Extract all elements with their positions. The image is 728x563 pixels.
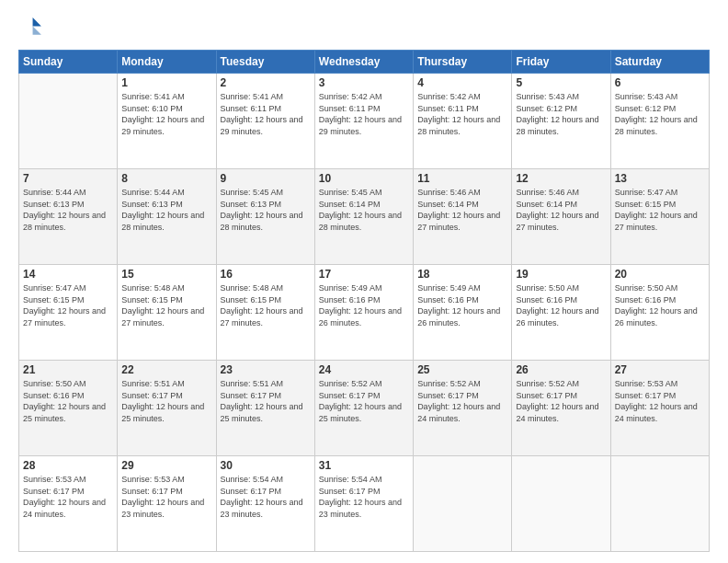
page: SundayMondayTuesdayWednesdayThursdayFrid… [0, 0, 728, 563]
day-number: 26 [516, 363, 606, 376]
calendar-cell: 19Sunrise: 5:50 AMSunset: 6:16 PMDayligh… [512, 265, 610, 361]
day-info: Sunrise: 5:44 AMSunset: 6:13 PMDaylight:… [23, 187, 113, 233]
day-header-wednesday: Wednesday [314, 51, 413, 74]
day-number: 9 [221, 172, 311, 185]
svg-marker-1 [33, 26, 41, 34]
day-number: 20 [615, 268, 705, 281]
day-number: 2 [221, 76, 311, 89]
calendar-cell: 1Sunrise: 5:41 AMSunset: 6:10 PMDaylight… [118, 74, 216, 169]
calendar-cell: 22Sunrise: 5:51 AMSunset: 6:17 PMDayligh… [118, 361, 216, 456]
calendar-cell [610, 456, 709, 552]
day-number: 11 [417, 172, 507, 185]
day-number: 29 [121, 459, 211, 472]
day-number: 31 [319, 459, 409, 472]
day-header-tuesday: Tuesday [216, 51, 314, 74]
day-info: Sunrise: 5:43 AMSunset: 6:12 PMDaylight:… [615, 91, 705, 137]
calendar-cell: 11Sunrise: 5:46 AMSunset: 6:14 PMDayligh… [414, 169, 512, 265]
calendar-cell: 9Sunrise: 5:45 AMSunset: 6:13 PMDaylight… [216, 169, 314, 265]
day-header-monday: Monday [118, 51, 216, 74]
calendar-cell: 26Sunrise: 5:52 AMSunset: 6:17 PMDayligh… [512, 361, 610, 456]
calendar-table: SundayMondayTuesdayWednesdayThursdayFrid… [18, 50, 710, 552]
day-number: 7 [23, 172, 113, 185]
day-info: Sunrise: 5:50 AMSunset: 6:16 PMDaylight:… [516, 282, 606, 328]
day-info: Sunrise: 5:41 AMSunset: 6:10 PMDaylight:… [121, 91, 211, 137]
logo [18, 15, 48, 40]
calendar-cell: 12Sunrise: 5:46 AMSunset: 6:14 PMDayligh… [512, 169, 610, 265]
calendar-cell: 31Sunrise: 5:54 AMSunset: 6:17 PMDayligh… [314, 456, 413, 552]
day-number: 10 [319, 172, 409, 185]
day-info: Sunrise: 5:45 AMSunset: 6:13 PMDaylight:… [221, 187, 311, 233]
day-info: Sunrise: 5:46 AMSunset: 6:14 PMDaylight:… [417, 187, 507, 233]
calendar-cell: 28Sunrise: 5:53 AMSunset: 6:17 PMDayligh… [19, 456, 118, 552]
calendar-cell: 20Sunrise: 5:50 AMSunset: 6:16 PMDayligh… [610, 265, 709, 361]
day-info: Sunrise: 5:53 AMSunset: 6:17 PMDaylight:… [121, 474, 211, 520]
day-info: Sunrise: 5:51 AMSunset: 6:17 PMDaylight:… [121, 378, 211, 424]
day-number: 22 [121, 363, 211, 376]
calendar-cell: 3Sunrise: 5:42 AMSunset: 6:11 PMDaylight… [314, 74, 413, 169]
calendar-cell [414, 456, 512, 552]
calendar-cell [19, 74, 118, 169]
day-number: 30 [221, 459, 311, 472]
calendar-cell: 6Sunrise: 5:43 AMSunset: 6:12 PMDaylight… [610, 74, 709, 169]
calendar-cell: 30Sunrise: 5:54 AMSunset: 6:17 PMDayligh… [216, 456, 314, 552]
day-number: 15 [121, 268, 211, 281]
calendar-week-row: 28Sunrise: 5:53 AMSunset: 6:17 PMDayligh… [19, 456, 710, 552]
day-info: Sunrise: 5:53 AMSunset: 6:17 PMDaylight:… [23, 474, 113, 520]
calendar-week-row: 7Sunrise: 5:44 AMSunset: 6:13 PMDaylight… [19, 169, 710, 265]
day-info: Sunrise: 5:48 AMSunset: 6:15 PMDaylight:… [121, 282, 211, 328]
calendar-cell: 4Sunrise: 5:42 AMSunset: 6:11 PMDaylight… [414, 74, 512, 169]
day-info: Sunrise: 5:48 AMSunset: 6:15 PMDaylight:… [221, 282, 311, 328]
day-info: Sunrise: 5:49 AMSunset: 6:16 PMDaylight:… [417, 282, 507, 328]
calendar-cell: 23Sunrise: 5:51 AMSunset: 6:17 PMDayligh… [216, 361, 314, 456]
calendar-week-row: 1Sunrise: 5:41 AMSunset: 6:10 PMDaylight… [19, 74, 710, 169]
day-number: 23 [221, 363, 311, 376]
day-info: Sunrise: 5:43 AMSunset: 6:12 PMDaylight:… [516, 91, 606, 137]
calendar-week-row: 21Sunrise: 5:50 AMSunset: 6:16 PMDayligh… [19, 361, 710, 456]
day-number: 25 [417, 363, 507, 376]
day-info: Sunrise: 5:51 AMSunset: 6:17 PMDaylight:… [221, 378, 311, 424]
day-info: Sunrise: 5:53 AMSunset: 6:17 PMDaylight:… [615, 378, 705, 424]
calendar-cell: 25Sunrise: 5:52 AMSunset: 6:17 PMDayligh… [414, 361, 512, 456]
day-number: 6 [615, 76, 705, 89]
day-number: 12 [516, 172, 606, 185]
calendar-cell: 15Sunrise: 5:48 AMSunset: 6:15 PMDayligh… [118, 265, 216, 361]
calendar-header-row: SundayMondayTuesdayWednesdayThursdayFrid… [19, 51, 710, 74]
calendar-week-row: 14Sunrise: 5:47 AMSunset: 6:15 PMDayligh… [19, 265, 710, 361]
day-info: Sunrise: 5:44 AMSunset: 6:13 PMDaylight:… [121, 187, 211, 233]
calendar-cell: 24Sunrise: 5:52 AMSunset: 6:17 PMDayligh… [314, 361, 413, 456]
day-number: 19 [516, 268, 606, 281]
calendar-cell: 16Sunrise: 5:48 AMSunset: 6:15 PMDayligh… [216, 265, 314, 361]
day-info: Sunrise: 5:41 AMSunset: 6:11 PMDaylight:… [221, 91, 311, 137]
day-info: Sunrise: 5:52 AMSunset: 6:17 PMDaylight:… [319, 378, 409, 424]
day-number: 8 [121, 172, 211, 185]
day-number: 16 [221, 268, 311, 281]
day-info: Sunrise: 5:50 AMSunset: 6:16 PMDaylight:… [23, 378, 113, 424]
calendar-cell: 21Sunrise: 5:50 AMSunset: 6:16 PMDayligh… [19, 361, 118, 456]
day-number: 4 [417, 76, 507, 89]
calendar-cell: 2Sunrise: 5:41 AMSunset: 6:11 PMDaylight… [216, 74, 314, 169]
day-number: 17 [319, 268, 409, 281]
day-number: 3 [319, 76, 409, 89]
day-header-friday: Friday [512, 51, 610, 74]
calendar-cell: 18Sunrise: 5:49 AMSunset: 6:16 PMDayligh… [414, 265, 512, 361]
calendar-cell [512, 456, 610, 552]
day-header-sunday: Sunday [19, 51, 118, 74]
header [18, 15, 710, 40]
svg-marker-0 [33, 17, 41, 26]
calendar-cell: 14Sunrise: 5:47 AMSunset: 6:15 PMDayligh… [19, 265, 118, 361]
calendar-cell: 7Sunrise: 5:44 AMSunset: 6:13 PMDaylight… [19, 169, 118, 265]
calendar-cell: 17Sunrise: 5:49 AMSunset: 6:16 PMDayligh… [314, 265, 413, 361]
day-number: 27 [615, 363, 705, 376]
day-header-thursday: Thursday [414, 51, 512, 74]
day-info: Sunrise: 5:52 AMSunset: 6:17 PMDaylight:… [417, 378, 507, 424]
day-info: Sunrise: 5:50 AMSunset: 6:16 PMDaylight:… [615, 282, 705, 328]
day-number: 13 [615, 172, 705, 185]
day-info: Sunrise: 5:47 AMSunset: 6:15 PMDaylight:… [23, 282, 113, 328]
calendar-cell: 8Sunrise: 5:44 AMSunset: 6:13 PMDaylight… [118, 169, 216, 265]
day-info: Sunrise: 5:54 AMSunset: 6:17 PMDaylight:… [221, 474, 311, 520]
calendar-cell: 5Sunrise: 5:43 AMSunset: 6:12 PMDaylight… [512, 74, 610, 169]
day-info: Sunrise: 5:42 AMSunset: 6:11 PMDaylight:… [417, 91, 507, 137]
day-number: 18 [417, 268, 507, 281]
day-info: Sunrise: 5:54 AMSunset: 6:17 PMDaylight:… [319, 474, 409, 520]
day-info: Sunrise: 5:45 AMSunset: 6:14 PMDaylight:… [319, 187, 409, 233]
